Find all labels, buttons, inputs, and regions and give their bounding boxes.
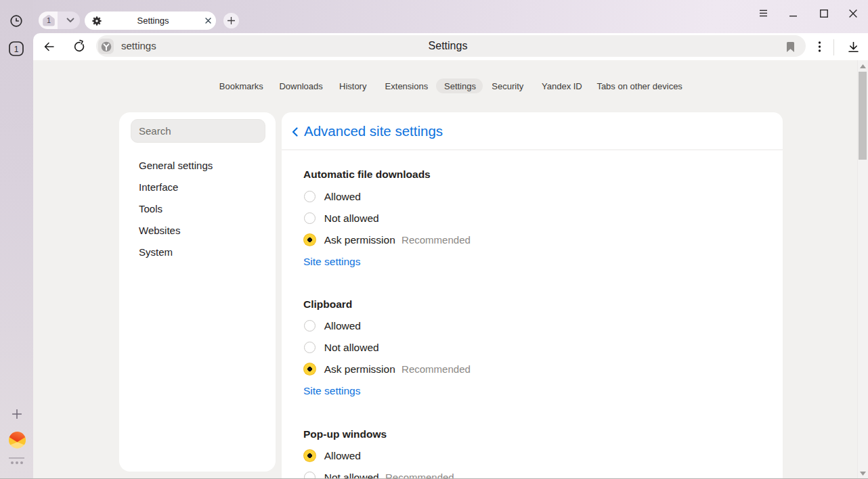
svg-text:1: 1 bbox=[14, 44, 19, 53]
svg-text:1: 1 bbox=[46, 16, 50, 24]
